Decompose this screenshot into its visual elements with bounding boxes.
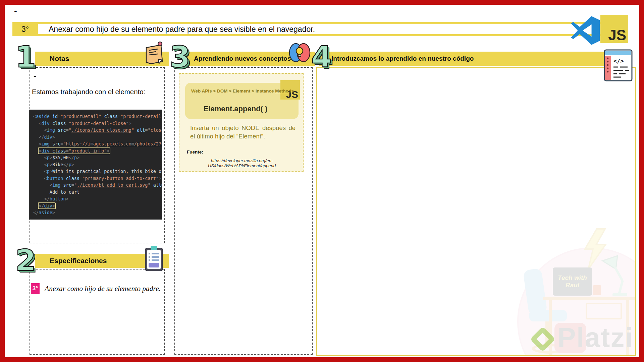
desk-lamp-icon (599, 254, 633, 298)
banner-step-badge: 3° (12, 22, 38, 36)
desk-top (543, 297, 636, 300)
notas-code-block: <aside id="productDetail" class="product… (29, 110, 162, 220)
mdn-card: JS Web APIs > DOM > Element > Instance M… (179, 73, 304, 172)
breadcrumb-methods-link[interactable]: Methods (275, 88, 294, 94)
code-line: </div> (33, 134, 162, 141)
code-line: Add to cart (33, 189, 162, 196)
chair-seat (529, 310, 567, 321)
code-line: </aside> (33, 209, 162, 216)
vscode-icon (570, 16, 601, 45)
method-description: Inserta un objeto NODE después de el últ… (190, 124, 296, 141)
spec-step-badge: 3° (31, 283, 40, 294)
section-number-1: 1 (15, 42, 36, 72)
code-line: <p>$35,00</p> (33, 154, 162, 161)
codigo-box: Tech with Raul Platzi 297const iconX = d… (316, 67, 636, 356)
spec-item-text: Anexar como hijo de su elemento padre. (45, 285, 161, 293)
code-line: <div class="product-detail-close"> (33, 120, 162, 127)
chair-back (523, 268, 547, 315)
highlighted-code-box: </div> (39, 203, 55, 208)
notas-intro: Estamos trabajando con el elemento: (32, 87, 149, 96)
code-line: <p>Bike</p> (33, 161, 162, 168)
desk-leg (549, 300, 552, 355)
highlighted-code-box: <div class="product-info"> (39, 148, 109, 154)
code-line: </button> (33, 195, 162, 202)
laptop: Tech with Raul (553, 267, 592, 296)
code-line: <img src="https://images.pexels.com/phot… (33, 140, 162, 147)
codigo-header: Introduzcamos lo aprendido en nuestro có… (319, 52, 615, 66)
code-line: <img src="./icons/bt_add_to_cart.svg" al… (33, 182, 162, 189)
sticky-note-icon (144, 41, 164, 67)
code-line: <div class="product-info"> (33, 147, 162, 155)
method-title: Element.append( ) (185, 105, 286, 113)
section-number-3: 3 (170, 42, 190, 72)
especificaciones-box (30, 269, 165, 355)
fuente-label: Fuente: (187, 149, 203, 155)
mug (593, 285, 601, 295)
breadcrumb: Web APIs > DOM > Element > Instance Meth… (191, 88, 294, 94)
banner-text: Anexar como hijo de su elemento padre pa… (38, 24, 626, 34)
code-line: <p>With its practical position, this bik… (33, 168, 162, 175)
top-dash: - (14, 5, 17, 16)
code-window-icon: </> (603, 49, 633, 82)
platzi-logo-icon (530, 326, 555, 352)
lightning-icon (582, 228, 608, 270)
code-line: <aside id="productDetail" class="product… (33, 113, 162, 120)
code-line: <img src="./icons/icon_close.png" alt="c… (33, 127, 162, 134)
title-banner: 3° Anexar como hijo de su elemento padre… (12, 22, 628, 36)
brain-idea-icon (288, 40, 311, 65)
spec-item: 3° Anexar como hijo de su elemento padre… (31, 283, 161, 294)
js-logo: JS (600, 15, 628, 43)
section-number-4: 4 (311, 42, 332, 72)
slide: - 3° Anexar como hijo de su elemento pad… (0, 0, 644, 362)
platzi-wordmark: Platzi (557, 324, 633, 351)
svg-text:</>: </> (613, 58, 624, 64)
code-line: <button class="primary-button add-to-car… (33, 175, 162, 182)
desk-drawer (586, 303, 622, 319)
fuente-url-link[interactable]: https://developer.mozilla.org/en-US/docs… (183, 158, 301, 168)
section-number-2: 2 (15, 246, 36, 275)
clipboard-icon (144, 245, 164, 272)
code-line: </div> (33, 202, 162, 209)
